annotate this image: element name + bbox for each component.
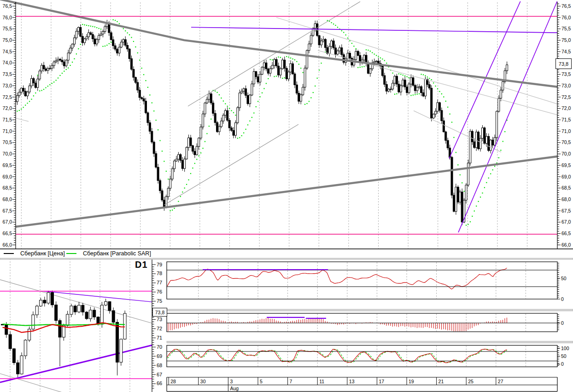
mini-axis-label: 75: [157, 298, 162, 304]
main-axis-label-left: 69,5: [3, 162, 12, 168]
month-label: Aug: [230, 386, 239, 391]
main-axis-label-right: 72,5: [561, 94, 571, 100]
main-axis-label-left: 76,5: [3, 3, 12, 9]
separator-top: [0, 258, 573, 259]
date-label: 5: [260, 379, 263, 384]
main-axis-label-left: 67,5: [3, 208, 12, 213]
sar-series-swatch: [66, 253, 76, 254]
panel-axis-label: 50: [561, 276, 567, 281]
main-axis-label-right: 67,5: [561, 208, 571, 213]
main-axis-label-right: 71,5: [561, 117, 571, 122]
main-axis-label-left: 72,0: [3, 105, 12, 111]
main-axis-label-left: 71,0: [3, 128, 12, 134]
date-label: 13: [349, 379, 355, 384]
mini-axis-label: 69: [157, 353, 162, 359]
separator-mid2: [167, 341, 573, 343]
price-series-swatch: [4, 253, 14, 254]
date-label: 17: [379, 379, 384, 384]
mini-chart-plot[interactable]: [0, 259, 152, 392]
legend-item-sar[interactable]: Сбербанк [Parabolic SAR]: [66, 249, 151, 258]
mini-axis-label: 68: [157, 363, 162, 368]
main-axis-label-right: 76,0: [561, 15, 571, 20]
mini-axis-label: 76: [157, 289, 162, 294]
date-label: 3: [230, 379, 233, 384]
date-label: 21: [439, 379, 444, 384]
main-axis-label-left: 71,5: [3, 117, 12, 122]
main-axis-label-left: 68,0: [3, 196, 12, 202]
rsi-line: [167, 268, 507, 289]
timeframe-label: D1: [135, 259, 148, 270]
mini-price-axis: 79787776757372717069686766: [152, 259, 162, 392]
mini-axis-label: 66: [157, 380, 162, 386]
mini-axis-label: 79: [157, 262, 162, 267]
main-axis-label-right: 71,0: [561, 128, 571, 134]
main-axis-label-right: 69,5: [561, 162, 571, 168]
main-axis-label-right: 76,5: [561, 3, 571, 9]
date-label: 25: [468, 379, 474, 384]
main-axis-label-right: 75,5: [561, 26, 571, 31]
mini-axis-label: 72: [157, 326, 162, 331]
main-axis-label-left: 70,5: [3, 139, 12, 145]
date-label: 7: [290, 379, 292, 384]
main-axis-label-right: 70,5: [561, 139, 571, 145]
panel-axis-label: 50: [561, 353, 567, 359]
panel-axis-label: 0: [561, 296, 564, 302]
main-axis-label-left: 70,0: [3, 151, 12, 156]
main-axis-label-right: 66,5: [561, 231, 571, 236]
date-axis: 283035711131719212527Aug: [167, 377, 557, 392]
chart-canvas[interactable]: 76,576,576,076,075,575,575,075,074,574,5…: [0, 0, 573, 392]
legend-price-label: Сбербанк [Цена]: [20, 250, 65, 257]
mini-last-price-box: 73,8: [152, 308, 167, 317]
macd-panel[interactable]: 0: [167, 313, 564, 332]
panel-axis-label: 100: [561, 346, 569, 351]
main-axis-label-right: 74,5: [561, 49, 571, 54]
main-last-price-box: 73,8: [555, 58, 572, 69]
main-axis-label-left: 69,0: [3, 174, 12, 179]
panel-axis-label: 0: [561, 361, 564, 367]
main-axis-label-left: 75,0: [3, 37, 12, 43]
main-axis-label-right: 68,0: [561, 196, 571, 202]
main-axis-label-right: 72,0: [561, 105, 571, 111]
legend-item-price[interactable]: Сбербанк [Цена]: [4, 249, 65, 258]
mini-axis-label: 67: [157, 372, 162, 377]
date-label: 28: [170, 379, 176, 384]
main-axis-label-right: 70,0: [561, 151, 571, 156]
main-axis-label-left: 66,0: [3, 242, 12, 248]
main-axis-label-left: 74,5: [3, 49, 12, 54]
date-label: 19: [409, 379, 414, 384]
date-label: 27: [498, 379, 503, 384]
trading-terminal-window: 76,576,576,076,075,575,575,075,074,574,5…: [0, 0, 573, 392]
main-axis-label-left: 72,5: [3, 94, 12, 100]
rsi-panel[interactable]: 500: [167, 262, 567, 302]
main-axis-label-right: 69,0: [561, 174, 571, 179]
date-label: 30: [200, 379, 206, 384]
main-axis-label-right: 68,5: [561, 185, 571, 190]
main-axis-label-left: 68,5: [3, 185, 12, 190]
mini-axis-label: 77: [157, 280, 162, 285]
main-chart-plot[interactable]: [0, 0, 563, 248]
main-axis-label-left: 73,5: [3, 71, 12, 77]
main-axis-label-left: 74,0: [3, 60, 12, 65]
stoch-panel[interactable]: 100500: [167, 346, 569, 367]
main-axis-label-right: 75,0: [561, 37, 571, 43]
main-axis-label-left: 76,0: [3, 15, 12, 20]
mini-axis-label: 71: [157, 335, 162, 340]
main-axis-label-left: 73,0: [3, 83, 12, 88]
legend: Сбербанк [Цена] Сбербанк [Parabolic SAR]: [0, 249, 573, 258]
mini-axis-label: 73: [157, 317, 162, 322]
separator-mid1: [167, 309, 573, 311]
main-axis-label-left: 75,5: [3, 26, 12, 31]
main-axis-label-right: 73,0: [561, 83, 571, 88]
main-axis-label-right: 73,5: [561, 71, 571, 77]
date-label: 11: [319, 379, 324, 384]
legend-sar-label: Сбербанк [Parabolic SAR]: [83, 250, 151, 257]
main-axis-label-right: 66,0: [561, 242, 571, 248]
panel-axis-label: 0: [561, 320, 564, 326]
mini-axis-label: 70: [157, 344, 162, 350]
main-axis-label-right: 67,0: [561, 219, 571, 225]
mini-axis-label: 78: [157, 271, 162, 276]
main-axis-label-left: 66,5: [3, 231, 12, 236]
main-axis-label-left: 67,0: [3, 219, 12, 225]
